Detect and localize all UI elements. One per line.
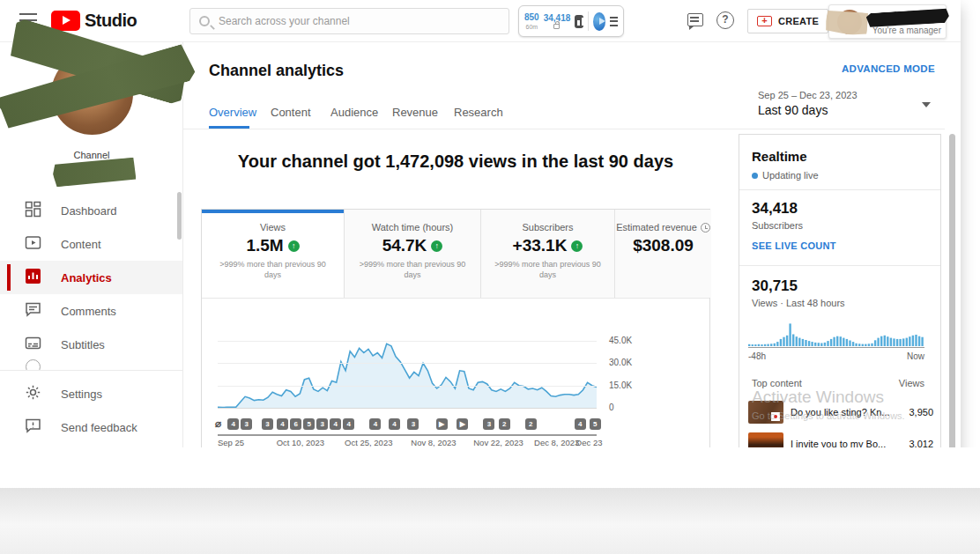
metric-label: Estimated revenue: [615, 222, 711, 233]
videos-published-badge[interactable]: 2: [525, 418, 537, 430]
videos-published-badge[interactable]: 4: [369, 418, 381, 430]
tab-overview[interactable]: Overview: [209, 106, 256, 119]
desktop-canvas: Studio Search across your channel 850 60…: [0, 0, 980, 554]
extension-metric-2: 34,418: [544, 14, 571, 29]
sidebar-scrollbar[interactable]: [177, 192, 182, 240]
metric-label: Watch time (hours): [345, 222, 480, 233]
advanced-mode-link[interactable]: ADVANCED MODE: [842, 63, 935, 74]
metric-card-subscribers[interactable]: Subscribers+33.1K↑>999% more than previo…: [481, 210, 615, 298]
lock-icon: [553, 24, 560, 29]
create-button[interactable]: + CREATE: [747, 9, 828, 33]
sidebar-item-comments[interactable]: Comments: [0, 294, 182, 328]
sidebar-item-label: Settings: [61, 388, 102, 401]
page-scrollbar[interactable]: [949, 134, 955, 479]
tab-research[interactable]: Research: [454, 106, 503, 119]
metric-card-watch-time-hours-[interactable]: Watch time (hours)54.7K↑>999% more than …: [345, 210, 481, 298]
search-input[interactable]: Search across your channel: [189, 8, 509, 34]
videos-published-badge[interactable]: 4: [389, 418, 400, 430]
videos-published-badge[interactable]: 3: [316, 418, 328, 430]
feedback-comment-icon[interactable]: [687, 13, 703, 26]
date-range-picker[interactable]: Sep 25 – Dec 23, 2023 Last 90 days: [758, 90, 931, 117]
realtime-subscribers-value: 34,418: [752, 200, 798, 218]
sidebar-item-label: Comments: [61, 305, 116, 318]
videos-published-badge[interactable]: 4: [277, 418, 288, 430]
trend-up-icon: ↑: [288, 240, 300, 252]
metric-note: >999% more than previous 90 days: [202, 260, 344, 280]
copyright-icon-partial: [26, 359, 41, 370]
studio-wordmark: Studio: [85, 11, 137, 31]
videos-published-badge[interactable]: 5: [303, 418, 315, 430]
videos-published-badge[interactable]: 5: [590, 418, 601, 430]
x-axis-tick: Dec 8, 2023: [534, 438, 579, 447]
timeline-marker-icon[interactable]: ⌀: [212, 418, 224, 430]
realtime-panel: Realtime Updating live 34,418 Subscriber…: [739, 134, 941, 486]
see-live-count-link[interactable]: SEE LIVE COUNT: [752, 240, 836, 251]
videos-published-badge[interactable]: 3: [241, 418, 252, 430]
videos-published-badge[interactable]: ▶: [457, 418, 468, 430]
videos-published-badge[interactable]: 3: [483, 418, 494, 430]
extension-globe-icon[interactable]: [593, 12, 605, 31]
videos-published-badge[interactable]: 6: [290, 418, 301, 430]
realtime-bar-chart[interactable]: [748, 321, 924, 346]
videos-published-badge[interactable]: 4: [330, 418, 341, 430]
updating-live-status: Updating live: [752, 170, 819, 181]
views-area-chart[interactable]: [218, 325, 597, 408]
comments-icon: [25, 301, 41, 321]
videos-published-badge[interactable]: 4: [575, 418, 586, 430]
sidebar-item-subtitles[interactable]: Subtitles: [0, 328, 182, 361]
page-title: Channel analytics: [209, 62, 344, 80]
sidebar-item-label: Content: [61, 238, 101, 251]
chevron-down-icon: [922, 102, 931, 107]
analytics-card: Views1.5M↑>999% more than previous 90 da…: [201, 209, 710, 486]
sidebar-item-content[interactable]: Content: [0, 227, 182, 261]
metric-label: Subscribers: [481, 222, 614, 233]
account-menu[interactable]: You're a manager: [828, 4, 947, 39]
tab-revenue[interactable]: Revenue: [392, 106, 438, 119]
studio-topbar: Studio Search across your channel 850 60…: [0, 0, 961, 42]
realtime-baseline: [748, 347, 924, 348]
sidebar-divider: [0, 370, 182, 371]
create-video-icon: +: [757, 16, 772, 26]
top-content-row[interactable]: Do you like sting? Kn...3,950: [748, 399, 933, 425]
metric-label: Views: [202, 222, 344, 233]
settings-icon: [25, 384, 41, 404]
tab-content[interactable]: Content: [271, 106, 311, 119]
sidebar-item-analytics[interactable]: Analytics: [0, 261, 182, 294]
extension-metric-1: 850 60m: [524, 13, 539, 30]
video-views: 3,950: [909, 407, 933, 417]
videos-published-badge[interactable]: 2: [499, 418, 510, 430]
sidebar-item-send-feedback[interactable]: Send feedback: [0, 410, 182, 444]
videos-published-badge[interactable]: 4: [343, 418, 354, 430]
videos-published-badge[interactable]: 4: [227, 418, 239, 430]
metric-note: >999% more than previous 90 days: [345, 260, 480, 280]
chart-icon[interactable]: [575, 15, 583, 28]
sidebar-item-settings[interactable]: Settings: [0, 377, 182, 410]
x-axis-tick: Nov 8, 2023: [411, 438, 456, 447]
videos-published-badge[interactable]: 3: [262, 418, 273, 430]
help-icon[interactable]: ?: [716, 11, 734, 29]
extension-stats-widget[interactable]: 850 60m 34,418: [518, 5, 624, 37]
extension-menu-icon[interactable]: [610, 17, 618, 26]
sidebar-item-label: Send feedback: [61, 421, 137, 434]
tab-audience[interactable]: Audience: [330, 106, 378, 119]
videos-published-badge[interactable]: 3: [407, 418, 419, 430]
top-content-title: Top content: [752, 378, 802, 388]
chart-x-axis: [218, 434, 597, 436]
search-icon: [199, 16, 210, 26]
youtube-studio-logo[interactable]: Studio: [51, 11, 137, 31]
live-dot-icon: [752, 173, 758, 179]
analytics-icon: [25, 268, 41, 288]
video-thumbnail: [748, 401, 783, 424]
axis-left-label: -48h: [748, 351, 766, 361]
search-placeholder: Search across your channel: [219, 15, 350, 27]
metric-card-views[interactable]: Views1.5M↑>999% more than previous 90 da…: [202, 210, 345, 298]
tabs-divider: [183, 129, 945, 129]
videos-published-badge[interactable]: ▶: [436, 418, 448, 430]
trend-up-icon: ↑: [431, 240, 442, 252]
sidebar-item-dashboard[interactable]: Dashboard: [0, 194, 182, 227]
y-axis-tick: 45.0K: [609, 336, 632, 345]
x-axis-tick: Oct 25, 2023: [345, 438, 392, 447]
youtube-play-icon: [51, 11, 80, 31]
feedback-icon: [25, 417, 41, 438]
metric-card-estimated-revenue[interactable]: Estimated revenue$308.09: [615, 210, 711, 298]
